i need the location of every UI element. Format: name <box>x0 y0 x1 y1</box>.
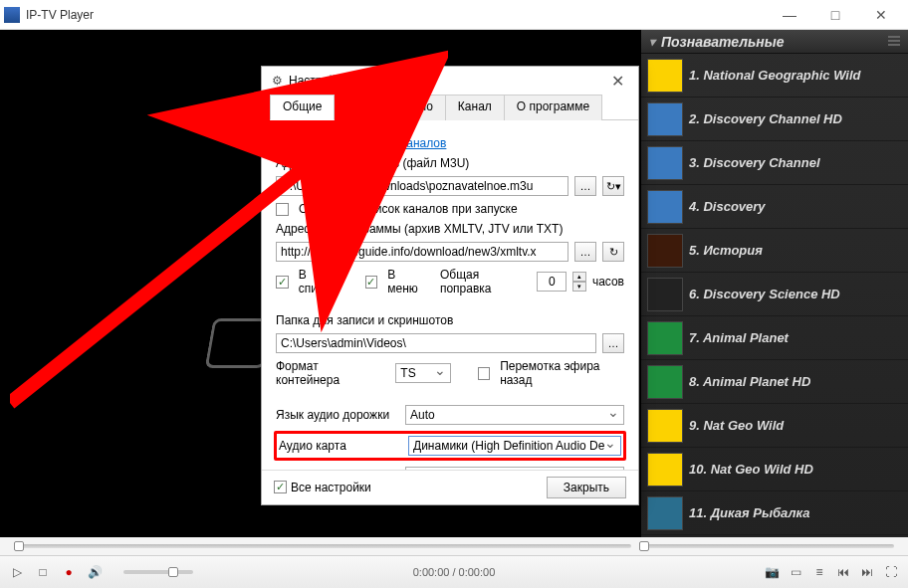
channel-thumb <box>647 190 683 224</box>
seek-slider[interactable] <box>14 544 631 548</box>
fullscreen-button[interactable]: ⛶ <box>884 565 898 579</box>
label-in-menu: В меню <box>387 268 428 295</box>
highlight-annotation: Аудио карта Динамики (High Definition Au… <box>274 431 626 461</box>
volume-slider[interactable] <box>123 570 193 574</box>
maximize-button[interactable]: □ <box>812 0 858 30</box>
ratio-button[interactable]: ▭ <box>789 565 802 579</box>
browse-list-button[interactable]: … <box>574 176 596 196</box>
checkbox-in-list[interactable] <box>276 276 289 289</box>
audio-lang-select[interactable]: Auto <box>405 405 624 425</box>
label-audio-card: Аудио карта <box>279 439 408 453</box>
stop-button[interactable]: □ <box>36 565 50 579</box>
window-titlebar: IP-TV Player — □ ✕ <box>0 0 908 30</box>
channel-item[interactable]: 2. Discovery Channel HD <box>641 98 908 141</box>
channel-label: 4. Discovery <box>689 199 766 214</box>
label-tvguide-address: Адрес телепрограммы (архив XMLTV, JTV ил… <box>276 222 624 236</box>
minimize-button[interactable]: — <box>767 0 812 30</box>
sidebar-header[interactable]: ▾ Познавательные <box>641 30 908 54</box>
record-button[interactable]: ● <box>62 565 76 579</box>
channel-sidebar: ▾ Познавательные 1. National Geographic … <box>641 30 908 537</box>
channel-thumb <box>647 321 683 355</box>
channel-thumb <box>647 59 683 93</box>
grip-icon <box>888 36 900 48</box>
channel-label: 8. Animal Planet HD <box>689 374 810 389</box>
tvguide-address-input[interactable] <box>276 242 568 262</box>
tab-about[interactable]: О программе <box>504 95 602 120</box>
window-title: IP-TV Player <box>26 8 94 22</box>
next-channel-button[interactable]: ⏭ <box>860 565 874 579</box>
channel-item[interactable]: 4. Discovery <box>641 185 908 229</box>
channel-label: 9. Nat Geo Wild <box>689 418 784 433</box>
tab-general[interactable]: Общие <box>270 95 335 120</box>
channel-thumb <box>647 365 683 399</box>
offset-spinner[interactable]: ▴▾ <box>572 272 586 292</box>
label-rewind: Перемотка эфира назад <box>500 359 624 387</box>
channel-label: 11. Дикая Рыбалка <box>689 505 810 520</box>
channel-thumb <box>647 496 683 530</box>
refresh-tvguide-button[interactable]: ↻ <box>602 242 624 262</box>
net-interface-select[interactable]: Auto <box>405 467 624 470</box>
channel-item[interactable]: 10. Nat Geo Wild HD <box>641 448 908 491</box>
chevron-down-icon: ▾ <box>649 35 655 49</box>
app-icon <box>4 7 20 23</box>
browse-folder-button[interactable]: … <box>602 333 624 353</box>
progress-row <box>0 537 908 555</box>
seek-slider-secondary[interactable] <box>639 544 894 548</box>
channel-label: 5. История <box>689 243 763 258</box>
tab-advanced[interactable]: Дополнительно <box>334 95 445 120</box>
label-audio-lang: Язык аудио дорожки <box>276 408 405 422</box>
channel-label: 7. Animal Planet <box>689 330 789 345</box>
channel-item[interactable]: 11. Дикая Рыбалка <box>641 491 908 535</box>
checkbox-in-menu[interactable] <box>365 276 378 289</box>
channel-item[interactable]: 8. Animal Planet HD <box>641 360 908 404</box>
channel-thumb <box>647 409 683 443</box>
channel-item[interactable]: 3. Discovery Channel <box>641 141 908 185</box>
dialog-close-button[interactable]: ✕ <box>607 72 628 91</box>
list-button[interactable]: ≡ <box>812 565 826 579</box>
label-record-folder: Папка для записи и скриншотов <box>276 313 624 327</box>
channel-item[interactable]: 1. National Geographic Wild <box>641 54 908 98</box>
label-all-settings: Все настройки <box>291 481 371 494</box>
tab-channel[interactable]: Канал <box>445 95 505 120</box>
label-list-address: Адрес списка каналов (файл M3U) <box>276 156 624 170</box>
label-in-list: В списке <box>299 268 345 295</box>
checkbox-rewind[interactable] <box>478 367 490 380</box>
channel-thumb <box>647 278 683 311</box>
volume-icon[interactable]: 🔊 <box>88 565 102 579</box>
play-button[interactable]: ▷ <box>10 565 24 579</box>
channel-item[interactable]: 5. История <box>641 229 908 273</box>
snapshot-button[interactable]: 📷 <box>765 565 779 579</box>
channel-label: 1. National Geographic Wild <box>689 68 861 83</box>
player-controls: ▷ □ ● 🔊 0:00:00 / 0:00:00 📷 ▭ ≡ ⏮ ⏭ ⛶ <box>0 555 908 588</box>
channel-thumb <box>647 102 683 136</box>
channel-label: 6. Discovery Science HD <box>689 287 840 301</box>
channel-label: 3. Discovery Channel <box>689 155 820 170</box>
checkbox-update-on-start[interactable] <box>276 203 289 216</box>
label-offset: Общая поправка <box>440 268 531 295</box>
channel-thumb <box>647 453 683 487</box>
channel-item[interactable]: 9. Nat Geo Wild <box>641 404 908 448</box>
dialog-footer: Все настройки Закрыть <box>262 470 638 503</box>
list-address-input[interactable] <box>276 176 568 196</box>
close-window-button[interactable]: ✕ <box>858 0 904 30</box>
audio-card-select[interactable]: Динамики (High Definition Audio De <box>408 436 621 456</box>
checkbox-all-settings[interactable] <box>274 481 287 493</box>
tab-body-general: Управление списками каналов Адрес списка… <box>262 119 638 470</box>
channel-list: 1. National Geographic Wild2. Discovery … <box>641 54 908 537</box>
offset-input[interactable] <box>537 272 567 292</box>
channel-label: 2. Discovery Channel HD <box>689 111 842 126</box>
channel-thumb <box>647 146 683 180</box>
dialog-titlebar: ⚙ Настройки ✕ <box>262 67 638 95</box>
channel-item[interactable]: 7. Animal Planet <box>641 316 908 360</box>
time-display: 0:00:00 / 0:00:00 <box>413 566 496 578</box>
refresh-list-button[interactable]: ↻▾ <box>602 176 624 196</box>
channel-item[interactable]: 6. Discovery Science HD <box>641 273 908 316</box>
sidebar-category-label: Познавательные <box>661 34 785 50</box>
gear-icon: ⚙ <box>272 74 283 88</box>
record-folder-input[interactable] <box>276 333 596 353</box>
prev-channel-button[interactable]: ⏮ <box>836 565 850 579</box>
manage-lists-link[interactable]: Управление списками каналов <box>276 136 446 150</box>
close-dialog-button[interactable]: Закрыть <box>547 477 626 498</box>
browse-tvguide-button[interactable]: … <box>574 242 596 262</box>
container-format-select[interactable]: TS <box>395 363 451 383</box>
